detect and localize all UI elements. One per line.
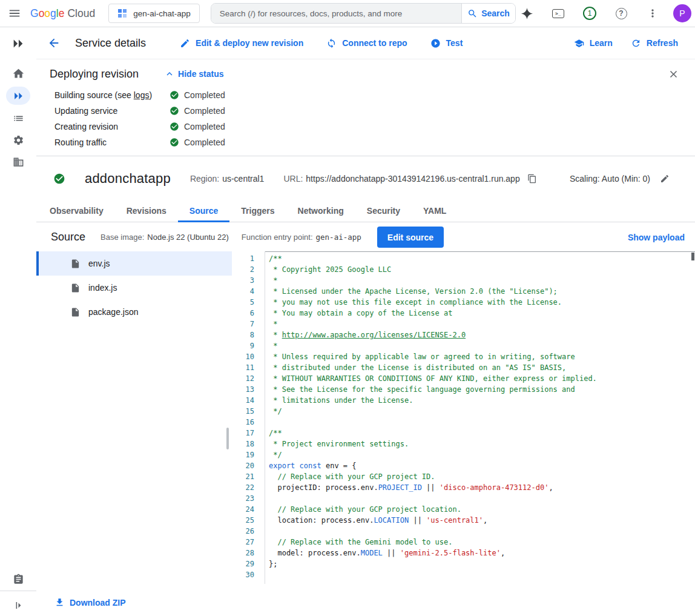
- status-text: Completed: [184, 137, 225, 147]
- license-url-link[interactable]: http://www.apache.org/licenses/LICENSE-2…: [282, 331, 466, 339]
- deploy-status-panel: Deploying revision Hide status Building …: [36, 59, 695, 156]
- code-text: * You may obtain a copy of the License a…: [265, 308, 452, 319]
- line-number: 9: [232, 340, 265, 351]
- line-number: 19: [232, 449, 265, 460]
- cloud-run-logo-icon: [6, 35, 30, 53]
- line-number: 1: [232, 253, 265, 264]
- file-icon: [70, 283, 81, 293]
- learn-icon: [574, 38, 584, 48]
- project-name: gen-ai-chat-app: [133, 9, 191, 18]
- code-text: * distributed under the License is distr…: [265, 362, 566, 373]
- page-header: Service details Edit & deploy new revisi…: [36, 27, 695, 59]
- avatar[interactable]: P: [673, 4, 691, 22]
- code-text: */: [265, 449, 282, 460]
- gemini-icon[interactable]: [516, 2, 538, 24]
- code-text: model: process.env.MODEL || 'gemini-2.5-…: [265, 548, 505, 558]
- menu-icon[interactable]: [4, 2, 25, 24]
- edit-deploy-button[interactable]: Edit & deploy new revision: [180, 38, 303, 48]
- home-icon[interactable]: [6, 64, 30, 82]
- cloud-run-icon[interactable]: [6, 87, 30, 105]
- code-line: 15 */: [232, 406, 695, 417]
- hide-status-toggle[interactable]: Hide status: [164, 68, 223, 79]
- line-number: 2: [232, 264, 265, 275]
- back-arrow-icon[interactable]: [46, 35, 62, 51]
- line-number: 26: [232, 526, 265, 537]
- file-item[interactable]: env.js: [36, 251, 232, 276]
- tab-source[interactable]: Source: [178, 200, 229, 222]
- code-editor[interactable]: 1/**2 * Copyright 2025 Google LLC3 *4 * …: [232, 251, 695, 616]
- notification-count-badge[interactable]: 1: [579, 2, 601, 24]
- base-image: Base image: Node.js 22 (Ubuntu 22): [100, 233, 229, 242]
- status-text: Completed: [184, 106, 225, 116]
- line-number: 24: [232, 504, 265, 515]
- sync-repo-icon: [326, 38, 337, 48]
- page-title: Service details: [75, 37, 146, 50]
- topbar: Google Cloud gen-ai-chat-app Search >_ 1…: [0, 0, 695, 27]
- code-line: 4 * Licensed under the Apache License, V…: [232, 286, 695, 297]
- release-notes-icon[interactable]: [6, 570, 30, 588]
- code-line: 20export const env = {: [232, 460, 695, 471]
- code-text: /**: [265, 428, 282, 439]
- connect-to-repo-button[interactable]: Connect to repo: [326, 38, 407, 48]
- test-button[interactable]: Test: [430, 38, 463, 48]
- show-payload-link[interactable]: Show payload: [628, 233, 685, 242]
- play-icon: [430, 38, 441, 48]
- status-label: Building source (see logs): [54, 90, 170, 100]
- code-text: // Replace with the Gemini model to use.: [265, 537, 452, 548]
- code-line: 2 * Copyright 2025 Google LLC: [232, 264, 695, 275]
- project-selector[interactable]: gen-ai-chat-app: [108, 4, 200, 23]
- line-number: 3: [232, 275, 265, 286]
- editor-scrollbar-thumb[interactable]: [691, 253, 694, 260]
- tab-revisions[interactable]: Revisions: [115, 200, 178, 222]
- code-line: 21 // Replace with your GCP project ID.: [232, 471, 695, 482]
- list-icon[interactable]: [6, 109, 30, 127]
- status-list: Building source (see logs)CompletedUpdat…: [36, 90, 695, 147]
- left-rail: [0, 27, 36, 616]
- line-number: 16: [232, 417, 265, 428]
- scrollbar-thumb[interactable]: [226, 428, 229, 449]
- tab-security[interactable]: Security: [355, 200, 412, 222]
- help-icon[interactable]: ?: [610, 2, 632, 24]
- search-input[interactable]: [211, 4, 461, 23]
- status-text: Completed: [184, 122, 225, 131]
- tab-networking[interactable]: Networking: [286, 200, 355, 222]
- refresh-button[interactable]: Refresh: [631, 38, 678, 48]
- code-line: 24 // Replace with your GCP project loca…: [232, 504, 695, 515]
- line-number: 8: [232, 330, 265, 340]
- integrations-gear-icon[interactable]: [6, 131, 30, 149]
- tab-yaml[interactable]: YAML: [412, 200, 458, 222]
- line-number: 5: [232, 297, 265, 308]
- domain-icon[interactable]: [6, 153, 30, 171]
- deploy-status-title: Deploying revision: [50, 68, 139, 81]
- collapse-panel-icon[interactable]: [6, 596, 30, 614]
- more-options-icon[interactable]: [642, 2, 664, 24]
- code-line: 27 // Replace with the Gemini model to u…: [232, 537, 695, 548]
- service-name: addonchatapp: [85, 171, 171, 187]
- code-line: 10 * Unless required by applicable law o…: [232, 351, 695, 362]
- file-item[interactable]: package.json: [36, 300, 232, 324]
- file-item[interactable]: index.js: [36, 276, 232, 300]
- code-text: [265, 417, 269, 428]
- code-line: 11 * distributed under the License is di…: [232, 362, 695, 373]
- tab-triggers[interactable]: Triggers: [229, 200, 286, 222]
- download-zip-button[interactable]: Download ZIP: [54, 597, 126, 608]
- edit-source-button[interactable]: Edit source: [377, 227, 444, 248]
- deploy-status-header: Deploying revision Hide status: [36, 59, 695, 81]
- tab-observability[interactable]: Observability: [38, 200, 115, 222]
- search-icon: [467, 8, 478, 19]
- learn-button[interactable]: Learn: [574, 38, 613, 48]
- file-tree: env.jsindex.jspackage.json Download ZIP: [36, 251, 232, 616]
- edit-scaling-pencil-icon[interactable]: [659, 173, 671, 185]
- code-line: 7 *: [232, 319, 695, 330]
- copy-icon[interactable]: [526, 173, 538, 185]
- file-icon: [70, 307, 81, 317]
- code-text: location: process.env.LOCATION || 'us-ce…: [265, 515, 487, 526]
- search-button[interactable]: Search: [461, 4, 515, 23]
- code-text: [265, 526, 269, 537]
- logs-link[interactable]: logs: [134, 90, 150, 100]
- line-number: 15: [232, 406, 265, 417]
- line-number: 18: [232, 439, 265, 449]
- close-icon[interactable]: [666, 67, 680, 81]
- entry-point: Function entry point: gen-ai-app: [242, 233, 361, 242]
- cloud-shell-icon[interactable]: >_: [547, 2, 569, 24]
